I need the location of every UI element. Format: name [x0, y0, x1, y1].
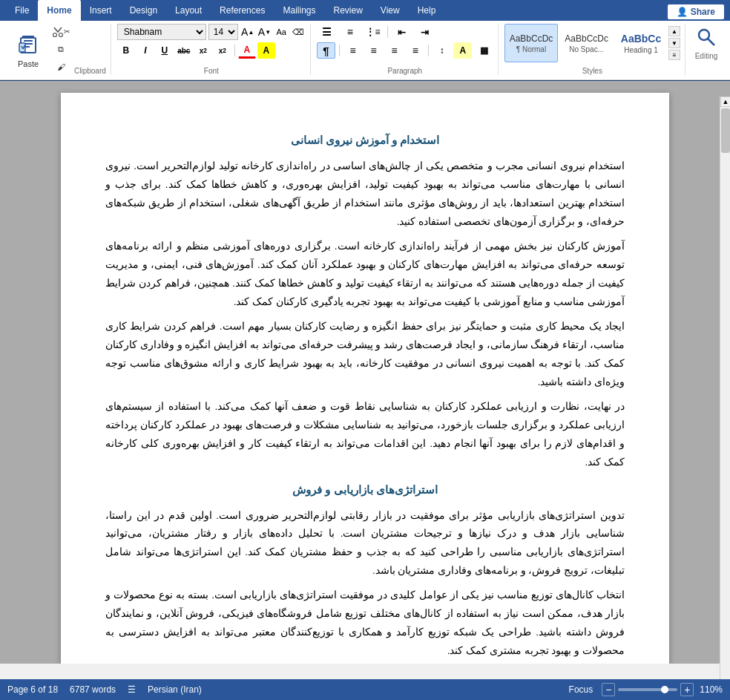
numbering-button[interactable]: ≡ — [340, 24, 361, 40]
share-button[interactable]: 👤 Share — [668, 4, 724, 19]
line-spacing-button[interactable]: ↕ — [433, 42, 451, 59]
font-group-label: Font — [117, 65, 306, 75]
bullets-button[interactable]: ☰ — [317, 24, 338, 40]
status-bar: Page 6 of 18 6787 words ☰ Persian (Iran)… — [0, 679, 730, 700]
word-count: 6787 words — [70, 684, 116, 695]
status-right: Focus − + 110% — [569, 683, 723, 696]
tab-review[interactable]: Review — [324, 0, 371, 21]
font-row-1: Shabnam Arial Times New Roman Tahoma 8 1… — [117, 24, 306, 40]
clipboard-group: Paste ✂ ⧉ 🖌 Clipboard — [4, 24, 111, 75]
right-scrollbar[interactable]: ▲ — [720, 97, 730, 679]
svg-rect-2 — [24, 40, 33, 42]
font-color-button[interactable]: A — [238, 42, 256, 59]
increase-indent-button[interactable]: ⇥ — [415, 24, 435, 40]
strikethrough-button[interactable]: abc — [175, 42, 193, 59]
tab-insert[interactable]: Insert — [81, 0, 121, 21]
justify-button[interactable]: ≡ — [406, 42, 424, 59]
shading-button[interactable]: A — [453, 42, 472, 59]
svg-line-11 — [708, 39, 714, 45]
styles-group: AaBbCcDc ¶ Normal AaBbCcDc No Spac... Aa… — [500, 24, 685, 75]
document-area: استخدام و آموزش نیروی انسانی استخدام نیر… — [0, 81, 730, 664]
change-case-button[interactable]: Aa — [274, 24, 289, 40]
bold-button[interactable]: B — [117, 42, 135, 59]
superscript-button[interactable]: x2 — [214, 42, 231, 59]
font-size-select[interactable]: 8 10 12 14 16 18 24 36 — [208, 24, 238, 40]
scrollbar-thumb[interactable] — [721, 108, 730, 153]
styles-scroll: ▲ ▼ ≡ — [668, 26, 680, 60]
share-icon: 👤 — [677, 7, 688, 17]
cut-button[interactable]: ✂ — [50, 25, 71, 39]
format-painter-button[interactable]: 🖌 — [50, 60, 71, 73]
show-marks-button[interactable]: ¶ — [317, 42, 335, 59]
paste-icon — [15, 31, 42, 58]
tab-file[interactable]: File — [6, 0, 38, 21]
italic-button[interactable]: I — [137, 42, 154, 59]
zoom-control: − + 110% — [602, 683, 723, 696]
section1-title: استخدام و آموزش نیروی انسانی — [105, 130, 625, 150]
ribbon-share-area: 👤 Share — [668, 4, 724, 21]
styles-scroll-down[interactable]: ▼ — [668, 38, 680, 48]
style-nospace-label: No Spac... — [569, 45, 604, 53]
font-size-decrease-button[interactable]: A▼ — [257, 24, 272, 40]
tab-help[interactable]: Help — [409, 0, 445, 21]
tab-layout[interactable]: Layout — [166, 0, 211, 21]
para-row-2: ¶ ≡ ≡ ≡ ≡ ↕ A ▦ — [317, 42, 493, 59]
multilevel-list-button[interactable]: ⋮≡ — [363, 24, 384, 40]
tab-references[interactable]: References — [211, 0, 274, 21]
subscript-button[interactable]: x2 — [194, 42, 212, 59]
font-format-row: B I U abc x2 x2 A A — [117, 42, 306, 59]
style-normal[interactable]: AaBbCcDc ¶ Normal — [504, 24, 559, 62]
zoom-slider[interactable] — [618, 688, 677, 691]
para-sep-2 — [339, 45, 340, 56]
border-button[interactable]: ▦ — [474, 42, 493, 59]
scrollbar-up-button[interactable]: ▲ — [720, 97, 730, 107]
paragraph-group: ☰ ≡ ⋮≡ ⇤ ⇥ ¶ ≡ ≡ ≡ ≡ ↕ A ▦ Paragraph — [312, 24, 499, 75]
styles-row: AaBbCcDc ¶ Normal AaBbCcDc No Spac... Aa… — [504, 24, 680, 62]
copy-button[interactable]: ⧉ — [50, 42, 71, 56]
tab-view[interactable]: View — [372, 0, 409, 21]
style-h1-label: Heading 1 — [624, 46, 658, 54]
editing-label: Editing — [695, 52, 718, 60]
svg-point-10 — [699, 30, 709, 40]
align-right-button[interactable]: ≡ — [385, 42, 404, 59]
format-separator-1 — [234, 45, 235, 56]
style-h1-preview: AaBbCc — [621, 33, 661, 45]
zoom-out-button[interactable]: − — [602, 683, 615, 696]
editing-icon-wrap: Editing — [693, 24, 720, 60]
styles-expand[interactable]: ≡ — [668, 50, 680, 60]
underline-button[interactable]: U — [156, 42, 174, 59]
clipboard-sub: ✂ ⧉ 🖌 — [50, 24, 71, 75]
clear-format-button[interactable]: ⌫ — [291, 24, 306, 40]
style-heading1[interactable]: AaBbCc Heading 1 — [615, 24, 667, 62]
ribbon-tabs: File Home Insert Design Layout Reference… — [0, 0, 730, 21]
zoom-in-button[interactable]: + — [680, 683, 694, 696]
track-changes-icon: ☰ — [128, 684, 136, 695]
style-no-spacing[interactable]: AaBbCcDc No Spac... — [559, 24, 614, 62]
focus-label[interactable]: Focus — [569, 684, 593, 695]
svg-point-9 — [59, 33, 63, 36]
align-left-button[interactable]: ≡ — [343, 42, 362, 59]
styles-group-label: Styles — [504, 65, 680, 75]
editing-search-button[interactable] — [693, 24, 720, 50]
section1-para2: آموزش کارکنان نیز بخش مهمی از فرآیند راه… — [105, 238, 625, 312]
tab-home[interactable]: Home — [38, 0, 80, 21]
font-family-select[interactable]: Shabnam Arial Times New Roman Tahoma — [117, 24, 206, 40]
clipboard-group-label: Clipboard — [74, 64, 106, 75]
highlight-color-button[interactable]: A — [257, 42, 275, 59]
align-center-button[interactable]: ≡ — [364, 42, 383, 59]
zoom-level[interactable]: 110% — [700, 684, 723, 695]
para-sep-1 — [387, 26, 388, 38]
tab-design[interactable]: Design — [121, 0, 166, 21]
style-normal-label: ¶ Normal — [516, 45, 546, 53]
page-info: Page 6 of 18 — [7, 684, 58, 695]
svg-point-8 — [53, 33, 57, 36]
style-nospace-preview: AaBbCcDc — [565, 33, 608, 44]
tab-mailings[interactable]: Mailings — [274, 0, 324, 21]
font-size-increase-button[interactable]: A▲ — [240, 24, 255, 40]
section2-para1: تدوین استراتژی‌های بازاریابی مؤثر برای م… — [105, 507, 625, 581]
ribbon: File Home Insert Design Layout Reference… — [0, 0, 730, 81]
styles-scroll-up[interactable]: ▲ — [668, 26, 680, 36]
section2-title: استراتژی‌های بازاریابی و فروش — [105, 480, 625, 500]
decrease-indent-button[interactable]: ⇤ — [392, 24, 412, 40]
paste-button[interactable]: Paste — [9, 24, 47, 75]
